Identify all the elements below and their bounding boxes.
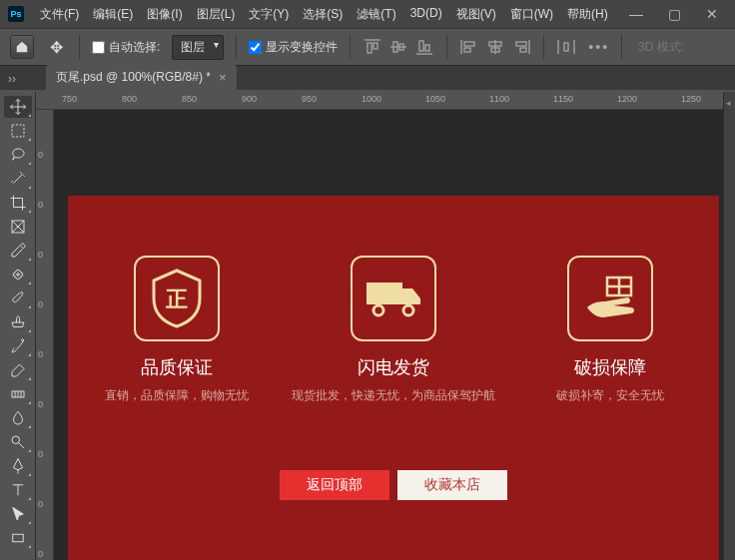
lasso-tool[interactable] xyxy=(4,144,32,166)
menu-view[interactable]: 视图(V) xyxy=(450,2,502,27)
window-controls: — ▢ ✕ xyxy=(621,4,727,24)
maximize-button[interactable]: ▢ xyxy=(659,4,689,24)
vertical-ruler: 0 0 0 0 0 0 0 0 0 xyxy=(36,110,54,560)
feature-desc: 破损补寄，安全无忧 xyxy=(556,387,664,404)
feature-desc: 直销，品质保障，购物无忧 xyxy=(105,387,249,404)
favorite-shop-button[interactable]: 收藏本店 xyxy=(397,470,507,500)
back-to-top-button[interactable]: 返回顶部 xyxy=(280,470,389,500)
feature-desc: 现货批发，快递无忧，为商品保驾护航 xyxy=(292,387,495,404)
close-tab-icon[interactable]: × xyxy=(219,70,227,85)
layer-dropdown[interactable]: 图层 xyxy=(172,35,224,60)
align-right-icon[interactable] xyxy=(511,38,531,56)
magic-wand-tool[interactable] xyxy=(4,168,32,190)
right-panel-collapsed[interactable] xyxy=(723,92,735,560)
menu-type[interactable]: 文字(Y) xyxy=(243,2,295,27)
align-bottom-icon[interactable] xyxy=(414,38,434,56)
align-hcenter-icon[interactable] xyxy=(485,38,505,56)
document-tab[interactable]: 页尾.psd @ 100%(RGB/8#) * × xyxy=(46,65,237,90)
feature-row: 正 品质保证 直销，品质保障，购物无忧 闪电发货 现货批发，快递无忧，为商品保驾… xyxy=(68,256,719,404)
healing-tool[interactable] xyxy=(4,264,32,285)
svg-rect-0 xyxy=(12,125,24,137)
separator xyxy=(350,35,351,59)
marquee-tool[interactable] xyxy=(4,120,32,142)
move-tool-icon[interactable]: ✥ xyxy=(46,36,67,59)
title-bar: Ps 文件(F) 编辑(E) 图像(I) 图层(L) 文字(Y) 选择(S) 滤… xyxy=(0,0,735,28)
truck-icon xyxy=(351,256,436,341)
separator xyxy=(79,35,80,59)
main-menu: 文件(F) 编辑(E) 图像(I) 图层(L) 文字(Y) 选择(S) 滤镜(T… xyxy=(34,2,614,27)
menu-3d[interactable]: 3D(D) xyxy=(404,2,448,27)
crop-tool[interactable] xyxy=(4,192,32,214)
svg-text:正: 正 xyxy=(165,286,188,311)
more-options-icon[interactable]: ••• xyxy=(588,39,609,55)
feature-shipping: 闪电发货 现货批发，快递无忧，为商品保驾护航 xyxy=(289,256,498,404)
document-title: 页尾.psd @ 100%(RGB/8#) * xyxy=(56,69,211,86)
horizontal-ruler: 750 800 850 900 950 1000 1050 1100 1150 … xyxy=(36,92,723,110)
eraser-tool[interactable] xyxy=(4,359,32,381)
quality-badge-icon: 正 xyxy=(134,256,220,341)
distribute-h-icon[interactable] xyxy=(556,38,576,56)
feature-title: 品质保证 xyxy=(141,355,213,379)
svg-rect-5 xyxy=(12,534,23,542)
align-group-2 xyxy=(459,38,531,56)
blur-tool[interactable] xyxy=(4,407,32,429)
auto-select-label: 自动选择: xyxy=(109,39,160,56)
separator xyxy=(446,35,447,59)
svg-rect-7 xyxy=(367,282,402,304)
show-transform-label: 显示变换控件 xyxy=(266,39,338,56)
separator xyxy=(543,35,544,59)
auto-select-checkbox[interactable]: 自动选择: xyxy=(92,39,160,56)
menu-window[interactable]: 窗口(W) xyxy=(504,2,559,27)
menu-edit[interactable]: 编辑(E) xyxy=(87,2,139,27)
minimize-button[interactable]: — xyxy=(621,4,651,24)
feature-title: 破损保障 xyxy=(574,355,646,379)
separator xyxy=(621,35,622,59)
align-left-icon[interactable] xyxy=(459,38,479,56)
rectangle-tool[interactable] xyxy=(4,527,32,549)
menu-file[interactable]: 文件(F) xyxy=(34,2,85,27)
canvas-area[interactable]: 正 品质保证 直销，品质保障，购物无忧 闪电发货 现货批发，快递无忧，为商品保驾… xyxy=(54,110,723,560)
hand-package-icon xyxy=(567,256,653,341)
close-button[interactable]: ✕ xyxy=(697,4,727,24)
panel-toggle-icon[interactable]: ›› xyxy=(8,72,16,86)
svg-point-8 xyxy=(373,305,383,315)
pen-tool[interactable] xyxy=(4,455,32,477)
menu-select[interactable]: 选择(S) xyxy=(297,2,349,27)
feature-quality: 正 品质保证 直销，品质保障，购物无忧 xyxy=(72,256,282,404)
menu-image[interactable]: 图像(I) xyxy=(141,2,188,27)
clone-stamp-tool[interactable] xyxy=(4,311,32,333)
dodge-tool[interactable] xyxy=(4,431,32,453)
3d-mode-label: 3D 模式: xyxy=(638,39,684,56)
svg-point-4 xyxy=(12,436,20,444)
options-bar: ✥ 自动选择: 图层 显示变换控件 ••• 3D 模式: xyxy=(0,28,735,66)
type-tool[interactable] xyxy=(4,479,32,501)
eyedropper-tool[interactable] xyxy=(4,240,32,262)
align-vcenter-icon[interactable] xyxy=(388,38,408,56)
align-group-1 xyxy=(363,38,434,56)
svg-point-9 xyxy=(403,305,413,315)
menu-layer[interactable]: 图层(L) xyxy=(191,2,242,27)
document-tab-bar: 页尾.psd @ 100%(RGB/8#) * × xyxy=(0,66,735,90)
home-button[interactable] xyxy=(10,35,34,59)
brush-tool[interactable] xyxy=(4,287,32,309)
artboard: 正 品质保证 直销，品质保障，购物无忧 闪电发货 现货批发，快递无忧，为商品保驾… xyxy=(68,196,719,560)
align-top-icon[interactable] xyxy=(363,38,382,56)
feature-damage: 破损保障 破损补寄，安全无忧 xyxy=(505,256,715,404)
move-tool[interactable] xyxy=(4,96,32,118)
ps-logo: Ps xyxy=(8,6,24,22)
cta-button-row: 返回顶部 收藏本店 xyxy=(68,470,719,500)
menu-filter[interactable]: 滤镜(T) xyxy=(351,2,401,27)
separator xyxy=(236,35,237,59)
history-brush-tool[interactable] xyxy=(4,335,32,357)
menu-help[interactable]: 帮助(H) xyxy=(561,2,614,27)
frame-tool[interactable] xyxy=(4,216,32,238)
gradient-tool[interactable] xyxy=(4,383,32,405)
path-selection-tool[interactable] xyxy=(4,503,32,525)
distribute-group xyxy=(556,38,576,56)
feature-title: 闪电发货 xyxy=(358,355,429,379)
show-transform-checkbox[interactable]: 显示变换控件 xyxy=(249,39,338,56)
tools-panel xyxy=(0,92,36,560)
